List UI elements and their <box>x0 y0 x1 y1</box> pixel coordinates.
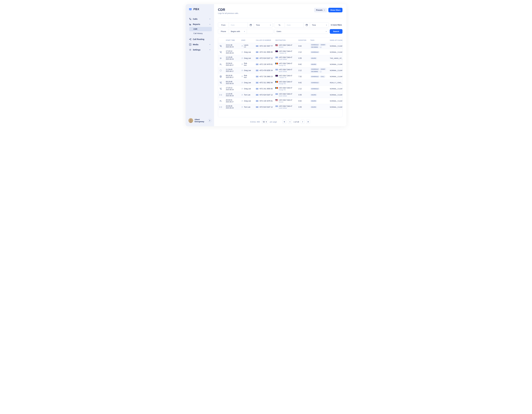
start-time: 15:41:462023-08-29 <box>226 44 240 48</box>
svg-point-4 <box>191 39 191 39</box>
chevron-down-icon <box>209 18 211 20</box>
from-label: From <box>218 23 229 27</box>
destination: +972 538 7248 47Verizon <box>276 99 298 103</box>
duration: 7:32 <box>298 76 310 78</box>
nav-item-call-routing[interactable]: Call Routing <box>188 37 212 42</box>
per-page-select[interactable]: 50▾ <box>262 120 268 124</box>
nav-item-calls[interactable]: Calls <box>188 16 212 22</box>
current-user[interactable]: Albert Georgeway <box>188 117 212 124</box>
nav-item-settings[interactable]: Settings <box>188 47 212 52</box>
nav-item-reports[interactable]: Reports <box>188 22 212 27</box>
hangup-cause: NORMAL_CLEARING <box>330 94 342 96</box>
next-page-button[interactable] <box>301 120 304 124</box>
from-date-input[interactable] <box>229 23 248 27</box>
destination: +972 538 7248 47Israel cellular <box>276 69 298 72</box>
user-cell: LauraLin <box>241 44 255 48</box>
to-time-select[interactable]: Time▾ <box>310 23 329 27</box>
svg-point-47 <box>242 94 243 95</box>
user-icon <box>241 94 243 96</box>
hangup-cause: NORMAL_CLEARING <box>330 45 342 47</box>
table-row: 20:35:452023-08-28Tom Lee+972 624 5187 1… <box>218 104 342 110</box>
tag: SCHEDULE <box>310 76 320 78</box>
caller-id: +972 624 5187 12 <box>256 94 275 96</box>
caller-id: +972 130 3476 61 <box>256 63 275 65</box>
last-page-button[interactable] <box>306 120 310 124</box>
table-row: 15:41:462023-08-29LauraLin+972 102 3347 … <box>218 43 342 49</box>
user-icon <box>241 82 243 84</box>
logo-icon <box>189 8 192 11</box>
duration: 2:12 <box>298 51 310 53</box>
presets-button[interactable]: Presets <box>314 8 327 12</box>
flag-icon <box>256 106 258 108</box>
from-time-select[interactable]: Time▾ <box>254 23 273 27</box>
tag: HOURS <box>310 94 317 96</box>
calendar-icon[interactable] <box>304 23 310 27</box>
nav-item-media[interactable]: Media <box>188 42 212 47</box>
caller-id: +972 241 3555 85 <box>256 88 275 90</box>
caller-id: +972 311 3992 94 <box>256 82 275 84</box>
start-time: 11:24:432023-08-27 <box>226 69 240 72</box>
tag-more[interactable]: ... <box>319 71 322 72</box>
tags: HOURS <box>310 100 329 102</box>
flag-icon <box>276 105 278 107</box>
svg-point-43 <box>242 88 243 89</box>
call-direction-icon <box>219 57 222 59</box>
cdr-table: START TIME USER CALLER ID NUMBER DESTINA… <box>218 38 342 117</box>
user-icon <box>241 69 243 71</box>
table-header: START TIME USER CALLER ID NUMBER DESTINA… <box>218 38 342 43</box>
search-button[interactable]: Search <box>330 29 342 34</box>
prev-page-button[interactable] <box>288 120 292 124</box>
start-time: 17:23:122023-08-28 <box>226 87 240 91</box>
more-filters-link[interactable]: +2 more filters <box>330 24 342 26</box>
table-row: 17:23:122023-08-28Greg Lee+972 241 3555 … <box>218 49 342 55</box>
flag-icon <box>276 63 278 64</box>
start-time: 20:35:452023-08-28 <box>226 105 240 109</box>
col-tags: TAGS <box>310 39 329 41</box>
hangup-cause: THE_HANG_UP_CA... <box>330 58 342 59</box>
destination: +972 538 7248 47T-Mobile UK <box>276 50 298 54</box>
duration: 8:42 <box>298 100 310 102</box>
caller-id: +972 478 9255 34 <box>256 69 275 71</box>
from-group: From Time▾ <box>218 22 273 28</box>
calendar-icon[interactable] <box>248 23 254 27</box>
page-header: CDR Logs for all previous calls. Presets… <box>218 8 342 14</box>
first-page-button[interactable] <box>283 120 286 124</box>
user-cell: Greg Lee <box>241 88 255 90</box>
svg-rect-34 <box>220 77 221 77</box>
svg-point-27 <box>220 70 221 71</box>
to-date-input[interactable] <box>285 23 304 27</box>
users-select[interactable]: Users▾ <box>275 29 329 34</box>
chevron-down-icon <box>324 10 325 11</box>
phone-input[interactable] <box>247 29 273 34</box>
svg-rect-9 <box>250 24 252 26</box>
entries-label: Entries: 865 <box>250 121 260 123</box>
destination: +972 538 7248 47Israel cellular <box>276 105 298 109</box>
phone-icon <box>189 18 191 20</box>
begins-with-select[interactable]: Begins with▾ <box>229 29 247 34</box>
duration: 8:42 <box>298 63 310 65</box>
tag-more[interactable]: ... <box>319 46 322 48</box>
play-icon <box>189 43 191 46</box>
user-icon <box>241 57 243 59</box>
tag: SCHEDULE <box>310 82 320 84</box>
chart-icon <box>189 23 191 26</box>
destination: +972 538 7248 47Orange RO <box>276 63 298 66</box>
expand-icon[interactable] <box>208 119 211 122</box>
start-time: 08:19:482023-08-26 <box>226 81 240 85</box>
hangup-cause: NORMAL_CLEARING <box>330 64 342 65</box>
call-direction-icon <box>219 81 222 84</box>
flag-icon <box>256 100 258 102</box>
user-icon <box>241 88 243 90</box>
flag-icon <box>276 93 278 95</box>
svg-point-11 <box>242 45 243 46</box>
show-filters-button[interactable]: Show filters <box>328 8 342 12</box>
caller-id: +972 624 5187 12 <box>256 106 275 108</box>
hangup-cause: NORMAL_CLEARING <box>330 76 342 77</box>
tag: SCHEDULE <box>310 51 320 53</box>
sub-item-cdr[interactable]: CDR <box>189 27 212 31</box>
sub-item-call-history[interactable]: Call History <box>189 31 212 36</box>
flag-icon <box>256 45 258 47</box>
destination: +972 538 7248 47T-Mobile UK <box>276 75 298 78</box>
caller-id: +972 102 3347 77 <box>256 45 275 47</box>
call-direction-icon <box>219 94 222 96</box>
